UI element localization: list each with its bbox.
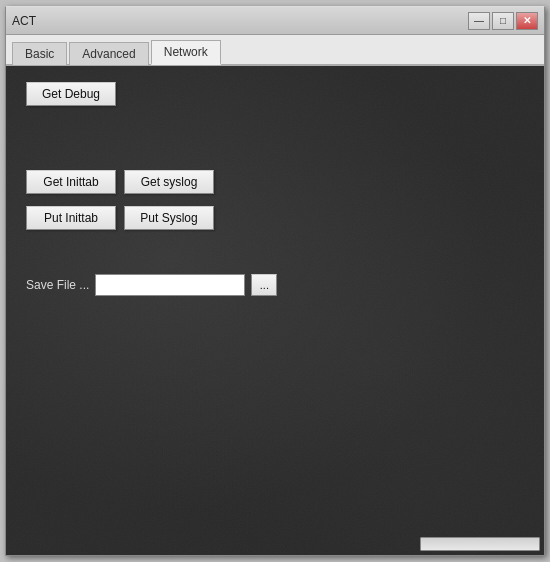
save-file-input[interactable]: [95, 274, 245, 296]
get-debug-button[interactable]: Get Debug: [26, 82, 116, 106]
minimize-button[interactable]: —: [468, 12, 490, 30]
get-inittab-button[interactable]: Get Inittab: [26, 170, 116, 194]
tab-advanced[interactable]: Advanced: [69, 42, 148, 65]
content-area: Get Debug Get Inittab Get syslog Put Ini…: [6, 66, 544, 555]
save-file-label: Save File ...: [26, 278, 89, 292]
maximize-button[interactable]: □: [492, 12, 514, 30]
scrollbar[interactable]: [420, 537, 540, 551]
debug-row: Get Debug: [26, 82, 524, 106]
app-window: ACT — □ ✕ Basic Advanced Network Get Deb…: [5, 6, 545, 556]
put-inittab-button[interactable]: Put Inittab: [26, 206, 116, 230]
tab-bar: Basic Advanced Network: [6, 35, 544, 66]
tab-basic[interactable]: Basic: [12, 42, 67, 65]
tab-network[interactable]: Network: [151, 40, 221, 65]
put-row: Put Inittab Put Syslog: [26, 206, 524, 230]
close-button[interactable]: ✕: [516, 12, 538, 30]
inittab-syslog-row: Get Inittab Get syslog: [26, 170, 524, 194]
get-syslog-button[interactable]: Get syslog: [124, 170, 214, 194]
main-content: Get Debug Get Inittab Get syslog Put Ini…: [6, 66, 544, 555]
save-file-row: Save File ... ...: [26, 274, 524, 296]
window-controls: — □ ✕: [468, 12, 538, 30]
dark-background: Get Debug Get Inittab Get syslog Put Ini…: [6, 66, 544, 555]
put-syslog-button[interactable]: Put Syslog: [124, 206, 214, 230]
browse-button[interactable]: ...: [251, 274, 277, 296]
window-title: ACT: [12, 14, 36, 28]
title-bar: ACT — □ ✕: [6, 7, 544, 35]
